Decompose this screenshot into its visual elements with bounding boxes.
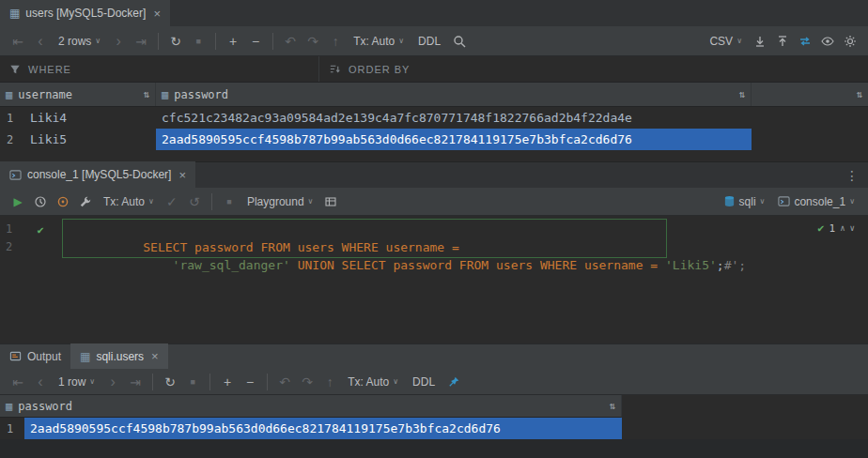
add-row-button[interactable]: + bbox=[217, 372, 238, 392]
tab-users-table[interactable]: ▦ users [MySQL5-Docker] × bbox=[0, 0, 170, 26]
previous-page-button[interactable]: ‹ bbox=[30, 31, 51, 52]
tab-result-grid[interactable]: ▦ sqli.users × bbox=[70, 344, 168, 369]
redo-button[interactable]: ↷ bbox=[297, 372, 318, 392]
chevron-down-icon: ∨ bbox=[148, 197, 154, 206]
undo-button[interactable]: ↶ bbox=[280, 31, 301, 52]
column-header-password[interactable]: ▦ password ⇅ bbox=[156, 83, 752, 106]
export-data-button[interactable] bbox=[750, 31, 770, 52]
ddl-button[interactable]: DDL bbox=[411, 31, 447, 52]
run-button[interactable]: ▶ bbox=[8, 191, 28, 212]
export-format-dropdown[interactable]: CSV ∨ bbox=[704, 31, 748, 52]
compare-data-button[interactable] bbox=[795, 31, 815, 52]
page-size-dropdown[interactable]: 2 rows ∨ bbox=[53, 31, 106, 52]
commit-button[interactable]: ✓ bbox=[162, 191, 182, 212]
password-cell-selected[interactable]: 2aad5890595ccf4598b787b99ab563d0d66ec821… bbox=[156, 129, 752, 150]
column-settings-icon[interactable]: ⇅ bbox=[856, 88, 862, 100]
more-options-icon[interactable]: ⋮ bbox=[836, 168, 868, 183]
username-cell[interactable]: Liki5 bbox=[24, 129, 156, 150]
statement-success-icon: ✔ bbox=[37, 223, 43, 237]
previous-page-button[interactable]: ‹ bbox=[30, 372, 51, 392]
row-number[interactable]: 1 bbox=[0, 418, 24, 439]
query-plan-button[interactable] bbox=[53, 191, 73, 212]
row-number[interactable]: 1 bbox=[0, 107, 24, 129]
datagrip-window: ▦ users [MySQL5-Docker] × ⇤ ‹ 2 rows ∨ ›… bbox=[0, 0, 868, 458]
row-number[interactable]: 2 bbox=[0, 129, 24, 150]
page-size-dropdown[interactable]: 1 row ∨ bbox=[53, 372, 101, 392]
delete-row-button[interactable]: − bbox=[245, 31, 266, 52]
reload-data-button[interactable]: ↻ bbox=[165, 31, 186, 52]
close-tab-icon[interactable]: × bbox=[153, 7, 161, 21]
tx-mode-dropdown[interactable]: Tx: Auto ∨ bbox=[98, 191, 160, 212]
reload-data-button[interactable]: ↻ bbox=[160, 372, 180, 392]
schema-dropdown[interactable]: sqli ∨ bbox=[718, 191, 771, 212]
order-by-filter-field[interactable]: ORDER BY bbox=[319, 56, 868, 82]
stop-button[interactable]: ■ bbox=[182, 372, 203, 392]
table-row[interactable]: 1 2aad5890595ccf4598b787b99ab563d0d66ec8… bbox=[0, 418, 868, 439]
stop-button[interactable]: ■ bbox=[188, 31, 209, 52]
tab-label: Output bbox=[27, 350, 61, 363]
tab-output[interactable]: Output bbox=[0, 344, 70, 369]
session-dropdown[interactable]: console_1 ∨ bbox=[772, 191, 860, 212]
where-filter-field[interactable]: WHERE bbox=[0, 56, 319, 82]
tx-mode-dropdown[interactable]: Tx: Auto ∨ bbox=[348, 31, 410, 52]
undo-button[interactable]: ↶ bbox=[274, 372, 295, 392]
view-options-button[interactable] bbox=[817, 31, 838, 52]
results-tabstrip: Output ▦ sqli.users × bbox=[0, 344, 868, 369]
tx-mode-dropdown[interactable]: Tx: Auto ∨ bbox=[342, 372, 404, 392]
prev-problem-icon[interactable]: ∧ bbox=[840, 223, 845, 233]
export-format-label: CSV bbox=[709, 35, 733, 48]
settings-button[interactable] bbox=[840, 31, 860, 52]
separator bbox=[267, 374, 268, 390]
add-row-button[interactable]: + bbox=[223, 31, 243, 52]
sort-icon[interactable]: ⇅ bbox=[143, 88, 149, 100]
console-settings-button[interactable] bbox=[75, 191, 96, 212]
username-cell[interactable]: Liki4 bbox=[24, 107, 156, 129]
inspection-widget[interactable]: ✔ 1 ∧ ∨ bbox=[817, 221, 855, 235]
playground-dropdown[interactable]: Playground ∨ bbox=[241, 191, 319, 212]
data-editor-panel: ▦ users [MySQL5-Docker] × ⇤ ‹ 2 rows ∨ ›… bbox=[0, 0, 868, 161]
stop-button[interactable]: ■ bbox=[219, 191, 240, 212]
rollback-button[interactable]: ↺ bbox=[184, 191, 205, 212]
line-number: 1 bbox=[0, 221, 21, 238]
pin-tab-button[interactable] bbox=[443, 372, 464, 392]
sort-icon[interactable]: ⇅ bbox=[609, 400, 615, 412]
import-data-button[interactable] bbox=[772, 31, 793, 52]
close-tab-icon[interactable]: × bbox=[178, 168, 186, 182]
next-problem-icon[interactable]: ∨ bbox=[850, 223, 855, 233]
code-text: SELECT password FROM users WHERE usernam… bbox=[60, 221, 459, 238]
column-header-username[interactable]: ▦ username ⇅ bbox=[0, 83, 156, 106]
password-cell[interactable]: cfc521c23482ac93a09584ad2e139c4a7fc87077… bbox=[156, 107, 752, 129]
table-row[interactable]: 2 Liki5 2aad5890595ccf4598b787b99ab563d0… bbox=[0, 129, 868, 150]
editor-tabstrip: ▦ users [MySQL5-Docker] × bbox=[0, 0, 868, 26]
view-as-table-button[interactable] bbox=[320, 191, 341, 212]
submit-button[interactable]: ↑ bbox=[319, 372, 340, 392]
last-page-button[interactable]: ⇥ bbox=[125, 372, 146, 392]
session-label: console_1 bbox=[794, 195, 845, 208]
tab-label: sqli.users bbox=[96, 350, 144, 363]
delete-row-button[interactable]: − bbox=[240, 372, 260, 392]
chevron-down-icon: ∨ bbox=[736, 37, 742, 45]
table-row[interactable]: 1 Liki4 cfc521c23482ac93a09584ad2e139c4a… bbox=[0, 107, 868, 129]
pin-icon bbox=[448, 375, 460, 388]
first-page-button[interactable]: ⇤ bbox=[8, 372, 28, 392]
sql-editor[interactable]: 1 ✔ SELECT password FROM users WHERE use… bbox=[0, 216, 868, 344]
gear-icon bbox=[844, 35, 857, 48]
sort-icon[interactable]: ⇅ bbox=[738, 88, 745, 100]
last-page-button[interactable]: ⇥ bbox=[131, 31, 151, 52]
column-header-password[interactable]: ▦ password ⇅ bbox=[0, 395, 622, 418]
redo-button[interactable]: ↷ bbox=[302, 31, 323, 52]
search-button[interactable] bbox=[449, 31, 470, 52]
gutter-icons bbox=[21, 238, 60, 256]
sync-arrows-icon bbox=[798, 35, 812, 48]
first-page-button[interactable]: ⇤ bbox=[8, 31, 28, 52]
results-toolbar: ⇤ ‹ 1 row ∨ › ⇥ ↻ ■ + − ↶ ↷ ↑ Tx: Auto ∨… bbox=[0, 369, 868, 395]
next-page-button[interactable]: › bbox=[108, 31, 129, 52]
history-button[interactable] bbox=[30, 191, 51, 212]
ddl-button[interactable]: DDL bbox=[406, 372, 442, 392]
password-cell-selected[interactable]: 2aad5890595ccf4598b787b99ab563d0d66ec821… bbox=[24, 418, 622, 439]
tab-console[interactable]: console_1 [MySQL5-Docker] × bbox=[0, 161, 195, 188]
submit-button[interactable]: ↑ bbox=[325, 31, 346, 52]
console-icon bbox=[9, 169, 22, 181]
close-tab-icon[interactable]: × bbox=[151, 349, 159, 363]
next-page-button[interactable]: › bbox=[102, 372, 123, 392]
